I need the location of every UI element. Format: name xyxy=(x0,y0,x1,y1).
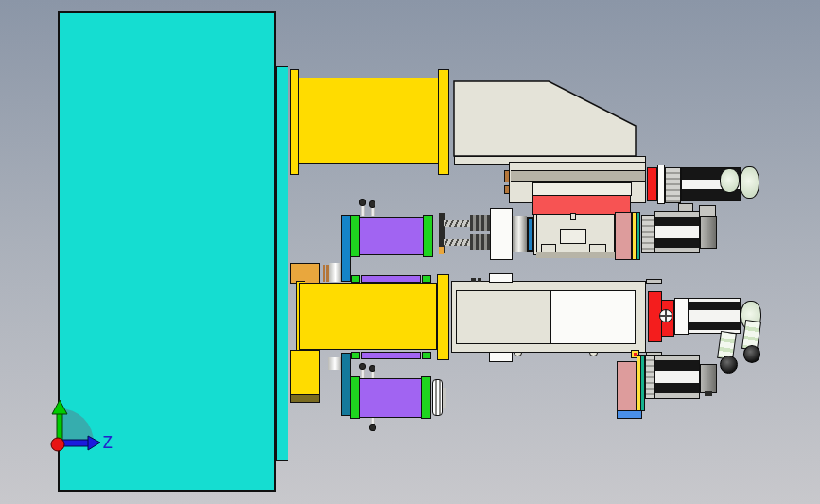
rail-copper-cap-1 xyxy=(504,170,510,182)
housing-bump xyxy=(589,352,598,356)
white-bushing-lower xyxy=(328,357,341,370)
lower-motor-body[interactable] xyxy=(654,355,700,399)
motor-band xyxy=(655,383,699,393)
middle-motor-flange[interactable] xyxy=(641,215,654,253)
coupler-gray-cylinder[interactable] xyxy=(513,216,527,252)
bolt-head xyxy=(478,278,481,282)
rail-copper-cap-2 xyxy=(504,185,510,194)
middle-teal-strip xyxy=(636,212,640,260)
top-motor-connector-2[interactable] xyxy=(740,166,759,199)
housing-tab-bottom xyxy=(489,352,513,362)
axis-x-indicator xyxy=(51,438,64,451)
axis-z-arrowhead xyxy=(88,436,100,450)
middle-motor-body[interactable] xyxy=(654,211,700,253)
housing-tab-top xyxy=(489,273,513,283)
bolt-head xyxy=(471,278,476,282)
lower-pink-block[interactable] xyxy=(617,361,637,411)
olive-bar xyxy=(290,394,320,403)
spindle-notch-tab xyxy=(570,213,576,220)
sensor-pin-shaft xyxy=(361,205,365,216)
sensor-pin-cap xyxy=(359,199,366,206)
motor-band xyxy=(655,248,699,252)
lower-motor-end-cap[interactable] xyxy=(700,364,717,393)
braided-cable-ball-1 xyxy=(720,356,738,374)
rail-red-end-cap[interactable] xyxy=(647,167,657,201)
rear-cylinder-purple xyxy=(361,352,421,359)
motor-band xyxy=(655,226,699,237)
motor-band xyxy=(689,302,740,310)
coupling-stack-2 xyxy=(470,234,490,250)
right-motor-flange[interactable] xyxy=(674,298,689,335)
rear-cylinder-green-right xyxy=(422,275,431,283)
sensor-pin-cap xyxy=(359,363,366,370)
spacer-disc-tip xyxy=(439,247,444,254)
sensor-pin-shaft xyxy=(361,369,365,378)
coupler-white-block[interactable] xyxy=(490,208,513,260)
middle-pink-block[interactable] xyxy=(615,212,632,260)
coupling-stack-1 xyxy=(470,215,490,231)
housing-bump xyxy=(514,352,522,356)
motor-band xyxy=(689,322,740,330)
axis-y-arrowhead xyxy=(52,400,67,414)
sensor-pin-cap xyxy=(369,365,375,372)
rail-stripe xyxy=(511,170,645,182)
threaded-stud-1 xyxy=(444,220,471,227)
lower-motor-flange[interactable] xyxy=(645,355,654,399)
right-motor-body[interactable] xyxy=(689,298,741,334)
purple-cylinder-2-body[interactable] xyxy=(359,378,422,418)
axis-z-label: Z xyxy=(102,432,113,452)
motor-band xyxy=(655,238,699,248)
screw-head xyxy=(659,309,672,322)
white-bushing-upper xyxy=(329,263,341,282)
angular-bracket[interactable] xyxy=(451,79,640,166)
lower-unit-panel-left xyxy=(456,290,551,344)
braided-cable-ball-2 xyxy=(743,345,760,363)
top-motor-connector-1[interactable] xyxy=(720,168,740,193)
spindle-base-bar xyxy=(536,252,615,258)
purple-cylinder-1-flange-right[interactable] xyxy=(423,215,433,257)
rear-cylinder-green-left xyxy=(351,275,360,283)
lower-unit-panel-right xyxy=(550,290,636,344)
coupler-blue-ring[interactable] xyxy=(527,217,533,252)
rear-cylinder-purple xyxy=(361,275,421,283)
cad-viewport[interactable]: Z xyxy=(0,0,820,504)
lower-cylinder-body[interactable] xyxy=(299,283,437,350)
cap-terminal xyxy=(705,391,712,396)
sensor-pin-cap xyxy=(369,424,376,431)
motor-band xyxy=(655,393,699,398)
motor-band xyxy=(655,217,699,226)
purple-cylinder-1-body[interactable] xyxy=(359,217,424,255)
motor-band xyxy=(655,371,699,383)
sensor-pin-shaft xyxy=(371,371,375,378)
top-cylinder-body[interactable] xyxy=(298,78,439,164)
orange-pin xyxy=(323,265,325,282)
gray-tab xyxy=(646,279,662,284)
top-motor-block[interactable] xyxy=(665,167,681,203)
purple-cylinder-2-flange-right[interactable] xyxy=(421,376,431,419)
screw-cross-v xyxy=(665,310,667,322)
shim-disc-stack xyxy=(432,379,443,416)
motor-band xyxy=(689,310,740,322)
spindle-recess xyxy=(560,229,586,244)
yellow-bracket[interactable] xyxy=(290,350,320,395)
rear-cylinder-green-right xyxy=(422,352,431,359)
rail-inner-plate xyxy=(532,182,632,196)
threaded-stud-2 xyxy=(444,239,471,246)
sensor-pin-cap xyxy=(369,200,375,208)
base-plate-edge[interactable] xyxy=(276,66,288,461)
middle-motor-end-cap[interactable] xyxy=(700,216,717,249)
lower-blue-bar xyxy=(617,410,642,419)
top-motor-flange[interactable] xyxy=(657,165,665,204)
rear-cylinder-green-left xyxy=(351,352,360,359)
motor-band xyxy=(655,360,699,371)
shim-spacer xyxy=(443,388,446,408)
coordinate-triad: Z xyxy=(45,397,116,458)
top-cylinder-flange-right[interactable] xyxy=(438,69,449,175)
sensor-pin-shaft xyxy=(371,207,375,216)
lower-cylinder-flange-right[interactable] xyxy=(437,274,449,360)
